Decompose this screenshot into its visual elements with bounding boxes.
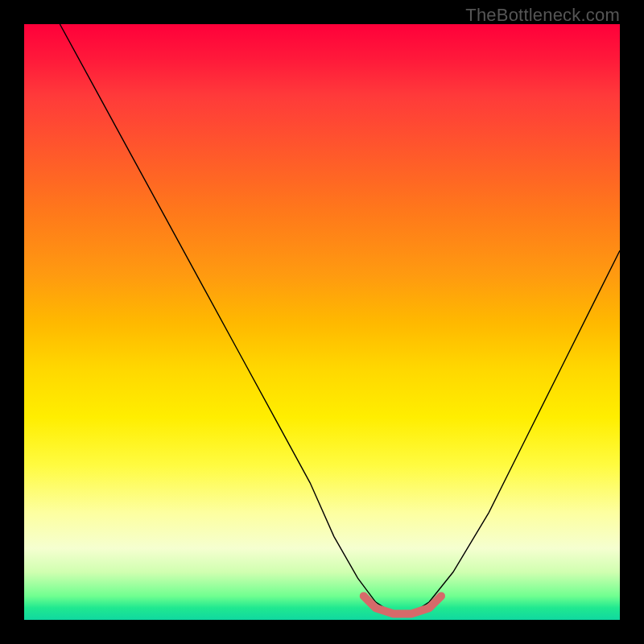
plot-area [24, 24, 620, 620]
bottleneck-curve [60, 24, 620, 614]
chart-frame: TheBottleneck.com [0, 0, 644, 644]
watermark-text: TheBottleneck.com [465, 5, 620, 26]
chart-svg [24, 24, 620, 620]
sweet-spot-marker [364, 596, 441, 613]
